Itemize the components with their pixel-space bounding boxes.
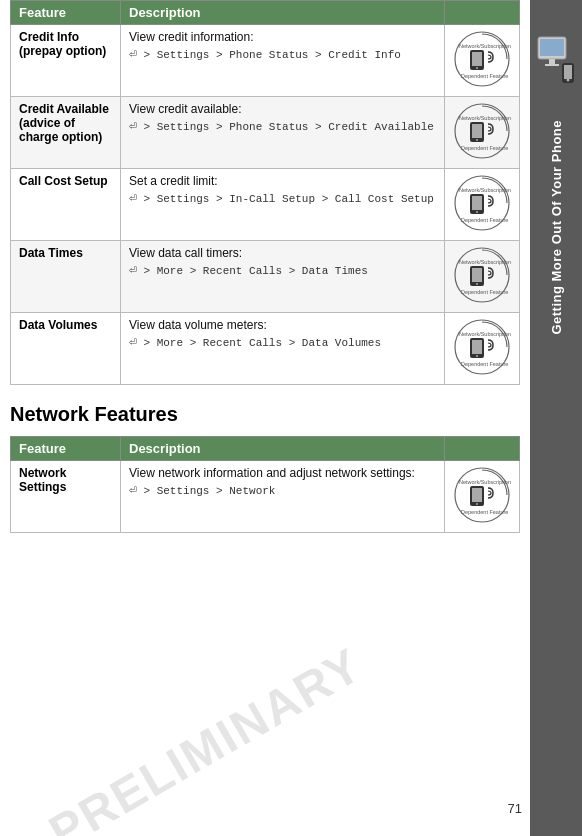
desc-cell: View credit information: ⏎ > Settings > …: [121, 25, 445, 97]
network-subscription-icon: Network/Subscription Dependent Feature: [453, 246, 511, 304]
desc-text: View data call timers:: [129, 246, 436, 260]
icon-cell: Network/Subscription Dependent Feature: [445, 461, 520, 533]
svg-rect-10: [472, 124, 482, 138]
desc-text: View credit information:: [129, 30, 436, 44]
main-content: Feature Description Credit Info (prepay …: [0, 0, 530, 836]
desc-text: View credit available:: [129, 102, 436, 116]
svg-rect-38: [549, 59, 555, 64]
desc-cell: View credit available: ⏎ > Settings > Ph…: [121, 97, 445, 169]
sidebar-vertical-text: Getting More Out Of Your Phone: [549, 120, 564, 335]
desc-text: View network information and adjust netw…: [129, 466, 436, 480]
network-subscription-icon: Network/Subscription Dependent Feature: [453, 318, 511, 376]
svg-rect-41: [564, 65, 572, 79]
feature-cell: Network Settings: [11, 461, 121, 533]
svg-rect-37: [540, 39, 564, 56]
watermark: PRELIMINARY: [40, 637, 371, 836]
svg-text:Dependent Feature: Dependent Feature: [461, 289, 508, 295]
svg-text:Network/Subscription: Network/Subscription: [459, 259, 511, 265]
network-subscription-icon: Network/Subscription Dependent Feature: [453, 102, 511, 160]
desc-text: Set a credit limit:: [129, 174, 436, 188]
menu-path: ⏎ > Settings > In-Call Setup > Call Cost…: [129, 193, 434, 205]
desc-cell: Set a credit limit: ⏎ > Settings > In-Ca…: [121, 169, 445, 241]
menu-path: ⏎ > Settings > Network: [129, 485, 275, 497]
network-subscription-icon: Network/Subscription Dependent Feature: [453, 174, 511, 232]
svg-text:Network/Subscription: Network/Subscription: [459, 331, 511, 337]
table-row: Credit Available (advice of charge optio…: [11, 97, 520, 169]
svg-point-11: [476, 139, 478, 141]
table-row: Data Times View data call timers: ⏎ > Mo…: [11, 241, 520, 313]
svg-point-42: [567, 79, 570, 82]
ns-icon-wrap: Network/Subscription Dependent Feature: [453, 102, 511, 160]
svg-text:Network/Subscription: Network/Subscription: [459, 479, 511, 485]
menu-path: ⏎ > More > Recent Calls > Data Volumes: [129, 337, 381, 349]
svg-rect-4: [472, 52, 482, 66]
svg-text:Network/Subscription: Network/Subscription: [459, 187, 511, 193]
svg-point-35: [476, 503, 478, 505]
svg-rect-22: [472, 268, 482, 282]
menu-path: ⏎ > Settings > Phone Status > Credit Inf…: [129, 49, 401, 61]
svg-point-29: [476, 355, 478, 357]
svg-text:Network/Subscription: Network/Subscription: [459, 115, 511, 121]
col-header-description-1: Description: [121, 1, 445, 25]
icon-cell: Network/Subscription Dependent Feature: [445, 25, 520, 97]
ns-icon-wrap: Network/Subscription Dependent Feature: [453, 246, 511, 304]
svg-text:Dependent Feature: Dependent Feature: [461, 145, 508, 151]
svg-rect-39: [545, 64, 559, 66]
ns-icon-wrap: Network/Subscription Dependent Feature: [453, 466, 511, 524]
feature-cell: Data Volumes: [11, 313, 121, 385]
ns-icon-wrap: Network/Subscription Dependent Feature: [453, 318, 511, 376]
right-sidebar: Getting More Out Of Your Phone: [530, 0, 582, 836]
icon-cell: Network/Subscription Dependent Feature: [445, 241, 520, 313]
svg-text:Dependent Feature: Dependent Feature: [461, 509, 508, 515]
col-header-description-2: Description: [121, 437, 445, 461]
page-container: Feature Description Credit Info (prepay …: [0, 0, 582, 836]
svg-rect-28: [472, 340, 482, 354]
ns-icon-wrap: Network/Subscription Dependent Feature: [453, 174, 511, 232]
svg-point-17: [476, 211, 478, 213]
network-subscription-icon: Network/Subscription Dependent Feature: [453, 466, 511, 524]
icon-cell: Network/Subscription Dependent Feature: [445, 313, 520, 385]
desc-cell: View data call timers: ⏎ > More > Recent…: [121, 241, 445, 313]
svg-rect-16: [472, 196, 482, 210]
icon-cell: Network/Subscription Dependent Feature: [445, 169, 520, 241]
first-feature-table: Feature Description Credit Info (prepay …: [10, 0, 520, 385]
svg-text:Dependent Feature: Dependent Feature: [461, 73, 508, 79]
menu-path: ⏎ > More > Recent Calls > Data Times: [129, 265, 368, 277]
menu-path: ⏎ > Settings > Phone Status > Credit Ava…: [129, 121, 434, 133]
svg-point-23: [476, 283, 478, 285]
svg-text:Dependent Feature: Dependent Feature: [461, 217, 508, 223]
svg-rect-34: [472, 488, 482, 502]
col-header-feature-1: Feature: [11, 1, 121, 25]
second-feature-table: Feature Description Network Settings Vie…: [10, 436, 520, 533]
svg-text:Dependent Feature: Dependent Feature: [461, 361, 508, 367]
table-row: Data Volumes View data volume meters: ⏎ …: [11, 313, 520, 385]
desc-cell: View network information and adjust netw…: [121, 461, 445, 533]
desc-text: View data volume meters:: [129, 318, 436, 332]
table-row: Network Settings View network informatio…: [11, 461, 520, 533]
svg-text:Network/Subscription: Network/Subscription: [459, 43, 511, 49]
network-subscription-icon: Network/Subscription Dependent Feature: [453, 30, 511, 88]
ns-icon-wrap: Network/Subscription Dependent Feature: [453, 30, 511, 88]
monitor-phone-icon: [536, 35, 576, 85]
desc-cell: View data volume meters: ⏎ > More > Rece…: [121, 313, 445, 385]
svg-point-5: [476, 67, 478, 69]
table-row: Call Cost Setup Set a credit limit: ⏎ > …: [11, 169, 520, 241]
page-number: 71: [508, 801, 522, 816]
feature-cell: Credit Available (advice of charge optio…: [11, 97, 121, 169]
feature-cell: Call Cost Setup: [11, 169, 121, 241]
icon-cell: Network/Subscription Dependent Feature: [445, 97, 520, 169]
feature-cell: Data Times: [11, 241, 121, 313]
network-features-heading: Network Features: [10, 403, 520, 426]
table-row: Credit Info (prepay option) View credit …: [11, 25, 520, 97]
col-header-feature-2: Feature: [11, 437, 121, 461]
sidebar-icon-area: [532, 20, 580, 100]
feature-cell: Credit Info (prepay option): [11, 25, 121, 97]
